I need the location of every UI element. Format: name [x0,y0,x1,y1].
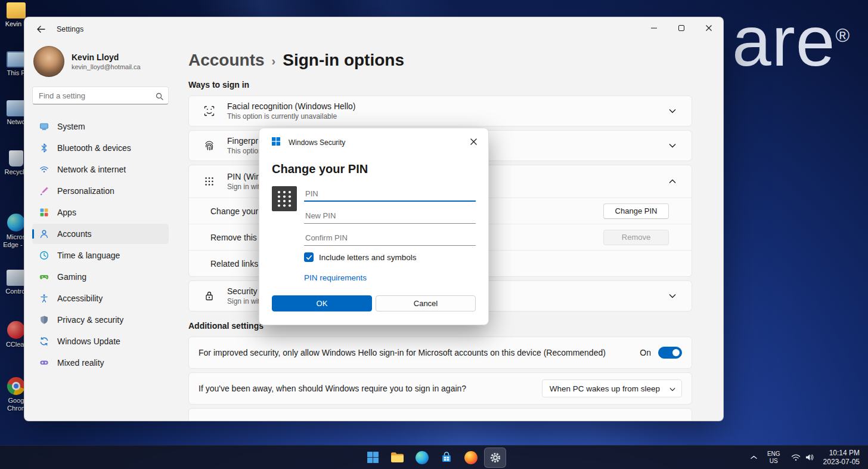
gear-icon [489,451,502,464]
user-folder-icon [7,2,26,18]
start-button[interactable] [362,448,384,468]
wifi-icon [39,165,49,174]
maximize-button[interactable] [668,18,695,38]
firefox-button[interactable] [460,448,482,468]
sidebar-item-label: System [57,122,85,131]
volume-icon [805,453,814,461]
change-pin-button[interactable]: Change PIN [603,203,669,219]
taskbar-center [362,446,506,469]
sidebar-item-network-internet[interactable]: Network & internet [32,159,169,180]
tray-status-icons[interactable] [786,449,819,466]
search-input[interactable] [32,87,169,104]
facial-recognition-title: Facial recognition (Windows Hello) [227,101,356,111]
breadcrumb-accounts[interactable]: Accounts [188,51,265,70]
toggle-state-label: On [640,348,651,357]
user-email: kevin_lloyd@hotmail.ca [72,63,141,70]
tray-time: 10:14 PM [829,449,860,458]
chevron-up-icon [751,455,757,459]
chevron-down-icon[interactable] [665,140,680,152]
dialog-app-title: Windows Security [289,138,345,147]
dialog-title: Change your PIN [272,162,476,176]
checkbox-checked-icon[interactable] [304,252,314,262]
microsoft-store-button[interactable] [435,448,457,468]
sidebar-item-windows-update[interactable]: Windows Update [32,331,169,351]
system-icon [39,122,49,131]
new-pin-input[interactable] [304,208,476,224]
sidebar-item-label: Personalization [57,186,114,196]
windows-security-dialog: Windows Security Change your PIN Include… [259,128,489,325]
search-icon [156,92,163,103]
dialog-close-button[interactable] [464,134,482,150]
edge-button[interactable] [411,448,433,468]
sidebar-item-time-language[interactable]: Time & language [32,245,169,266]
edge-icon [7,214,25,232]
sidebar-item-label: Bluetooth & devices [57,143,131,153]
include-letters-checkbox-row[interactable]: Include letters and symbols [304,252,476,262]
ok-button[interactable]: OK [272,295,372,311]
require-sign-in-dropdown[interactable]: When PC wakes up from sleep [542,379,682,397]
chevron-down-icon[interactable] [665,290,680,302]
sidebar-item-mixed-reality[interactable]: Mixed reality [32,353,169,373]
windows-logo-icon [272,137,280,148]
window-controls [640,18,723,38]
pin-pad-icon [272,186,297,283]
sidebar-item-personalization[interactable]: Personalization [32,181,169,201]
confirm-pin-input[interactable] [304,230,476,246]
facial-recognition-subtitle: This option is currently unavailable [227,112,356,121]
sidebar-item-label: Mixed reality [57,358,104,368]
sidebar-item-label: Network & internet [57,165,126,174]
chevron-down-icon [669,384,675,393]
sidebar-item-accounts[interactable]: Accounts [32,224,169,244]
user-profile[interactable]: Kevin Lloyd kevin_lloyd@hotmail.ca [32,45,169,84]
clipped-card [188,408,692,421]
bluetooth-icon [39,143,49,153]
windows-start-icon [367,451,379,464]
chrome-icon [7,377,25,395]
related-links-label: Related links [210,259,258,269]
maximize-icon [678,25,684,31]
cancel-button[interactable]: Cancel [376,295,476,311]
chevron-down-icon[interactable] [665,105,680,117]
language-indicator[interactable]: ENG US [762,448,785,467]
sidebar-item-label: Privacy & security [57,315,123,325]
include-letters-label: Include letters and symbols [319,253,417,262]
hello-only-toggle[interactable] [658,347,682,359]
minimize-button[interactable] [640,18,668,38]
network-icon [791,454,801,461]
accessibility-icon [39,294,49,303]
settings-button[interactable] [484,448,506,468]
file-explorer-button[interactable] [386,448,408,468]
update-arrows-icon [39,337,49,346]
remove-pin-button[interactable]: Remove [603,230,669,245]
dropdown-value: When PC wakes up from sleep [550,384,660,393]
sidebar-item-system[interactable]: System [32,116,169,137]
sidebar-item-apps[interactable]: Apps [32,202,169,223]
tray-overflow-button[interactable] [746,451,761,464]
facial-recognition-card[interactable]: Facial recognition (Windows Hello) This … [188,95,692,126]
sidebar-item-gaming[interactable]: Gaming [32,267,169,287]
pin-input[interactable] [304,186,476,202]
dialog-header: Windows Security [272,128,476,148]
game-controller-icon [39,272,49,282]
tray-date: 2023-07-05 [823,458,860,467]
sidebar-item-bluetooth-devices[interactable]: Bluetooth & devices [32,138,169,158]
hello-only-sign-in-card: For improved security, only allow Window… [188,337,692,369]
sidebar-item-privacy-security[interactable]: Privacy & security [32,310,169,330]
require-sign-in-text: If you've been away, when should Windows… [199,384,466,393]
sidebar-item-label: Windows Update [57,337,120,346]
this-pc-icon [7,51,26,67]
face-recognition-icon [203,105,215,117]
chevron-up-icon[interactable] [665,175,680,187]
sidebar-item-label: Time & language [57,251,120,260]
clock[interactable]: 10:14 PM 2023-07-05 [820,447,866,468]
store-icon [441,452,452,464]
sidebar-item-label: Accessibility [57,294,103,303]
firefox-icon [464,451,478,464]
sidebar-item-accessibility[interactable]: Accessibility [32,288,169,308]
fingerprint-icon [203,140,215,152]
back-button[interactable] [33,21,49,38]
close-button[interactable] [695,18,723,38]
avatar [33,46,64,77]
pin-requirements-link[interactable]: PIN requirements [304,273,367,282]
settings-sidebar: Kevin Lloyd kevin_lloyd@hotmail.ca Syste… [24,41,176,421]
